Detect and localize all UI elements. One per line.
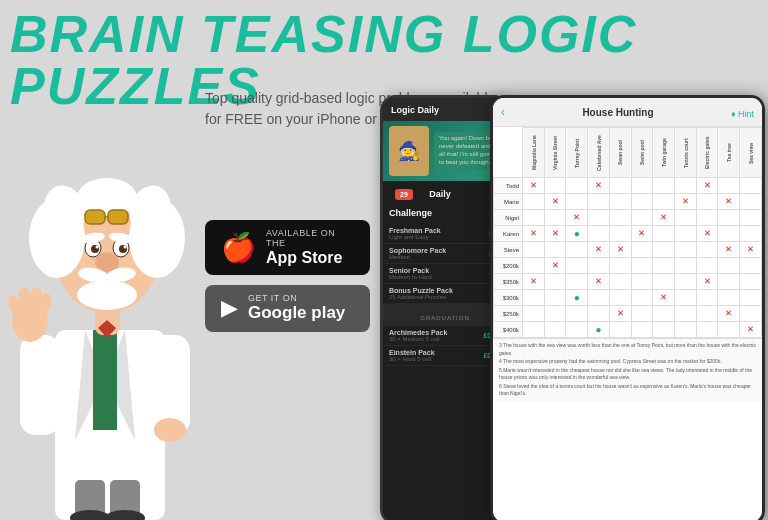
phone-app-header: Logic Daily ⚙ <box>383 98 507 121</box>
table-row: Karen ✕ ✕ ● ✕ ✕ <box>494 226 762 242</box>
professor-illustration <box>5 90 205 520</box>
pack-list: Freshman PackLight and Easy 0/10 Sophomo… <box>383 222 507 368</box>
daily-challenge-header: 29 Daily Challenge <box>383 181 507 222</box>
list-item[interactable]: Bonus Puzzle Pack25 Additional Puzzles <box>383 284 507 304</box>
google-play-icon: ▶ <box>221 297 238 319</box>
clue-item: 4 The most expensive property had the sw… <box>499 358 756 366</box>
graduation-divider: GRADUATION <box>383 304 507 326</box>
table-row: Nigel ✕ ✕ <box>494 210 762 226</box>
phone-banner: 🧙 You again! Down but never defeated and… <box>383 121 507 181</box>
list-item[interactable]: Archimedes Pack30 × Medium 5 cell £0.79 <box>383 326 507 346</box>
svg-rect-23 <box>85 210 105 224</box>
clues-section: 3 The house with the sea view was worth … <box>493 338 762 402</box>
svg-rect-3 <box>93 330 117 430</box>
svg-rect-24 <box>108 210 128 224</box>
google-play-button[interactable]: ▶ GET IT ON Google play <box>205 285 370 331</box>
table-row: $300k ● ✕ <box>494 290 762 306</box>
tablet-device: ‹ House Hunting ♦ Hint Magnolia Lane Vir… <box>490 95 765 520</box>
clue-item: 6 Steve loved the idea of a tennis court… <box>499 383 756 398</box>
clue-item: 5 Marie wasn't interested in the cheapes… <box>499 367 756 382</box>
table-row: $350k ✕ ✕ ✕ <box>494 274 762 290</box>
table-row: Todd ✕ ✕ ✕ <box>494 178 762 194</box>
table-row: $250k ✕ ✕ <box>494 306 762 322</box>
puzzle-grid[interactable]: Magnolia Lane Virginia Street Torrey Poi… <box>493 127 762 338</box>
phone-screen: Logic Daily ⚙ 🧙 You again! Down but neve… <box>383 98 507 520</box>
svg-point-31 <box>124 246 127 249</box>
list-item[interactable]: Senior PackMedium to Hard 4/25 <box>383 264 507 284</box>
table-row: $200k ✕ <box>494 258 762 274</box>
svg-rect-4 <box>20 335 60 435</box>
app-store-button[interactable]: 🍎 Available on the App Store <box>205 220 370 275</box>
table-row: Steve ✕ ✕ ✕ ✕ <box>494 242 762 258</box>
table-row: Marie ✕ ✕ ✕ <box>494 194 762 210</box>
app-buttons-container: 🍎 Available on the App Store ▶ GET IT ON… <box>205 220 370 332</box>
app-store-text: Available on the App Store <box>266 228 354 267</box>
svg-point-11 <box>154 418 186 442</box>
tablet-header: ‹ House Hunting ♦ Hint <box>493 98 762 127</box>
table-row: $400k ● ✕ <box>494 322 762 338</box>
back-button[interactable]: ‹ <box>501 105 505 119</box>
svg-point-30 <box>96 246 99 249</box>
svg-point-37 <box>77 280 137 310</box>
list-item[interactable]: Freshman PackLight and Easy 0/10 <box>383 224 507 244</box>
list-item[interactable]: Sophomore PackMedium 0/20 <box>383 244 507 264</box>
clue-item: 3 The house with the sea view was worth … <box>499 342 756 357</box>
wizard-icon: 🧙 <box>389 126 429 176</box>
svg-point-34 <box>95 252 119 272</box>
hint-button[interactable]: ♦ <box>731 109 738 119</box>
google-play-text: GET IT ON Google play <box>248 293 345 323</box>
list-item[interactable]: Einstein Pack30 × Hard 5 cell £0.79 <box>383 346 507 366</box>
tablet-screen: ‹ House Hunting ♦ Hint Magnolia Lane Vir… <box>493 98 762 520</box>
apple-icon: 🍎 <box>221 234 256 262</box>
